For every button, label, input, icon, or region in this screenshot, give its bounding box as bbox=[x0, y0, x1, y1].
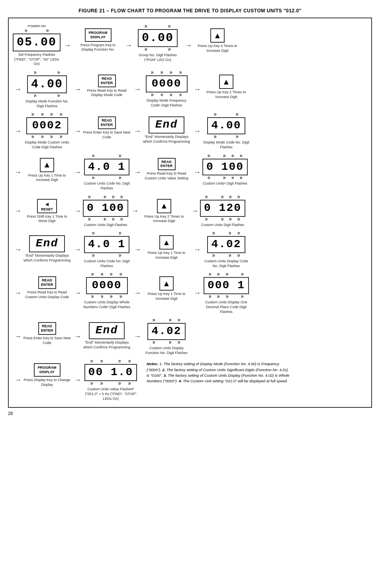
display-2-1: 4.00 bbox=[27, 75, 67, 93]
caption-2-4: Press Up Key 2 Times to Increase Digit bbox=[202, 90, 250, 99]
up-key-4-1[interactable]: ▲ bbox=[40, 158, 54, 172]
display-9-1: 00 1.0 bbox=[84, 364, 137, 381]
caption-6-3: Press Up Key 1 Time to Increase Digit bbox=[143, 251, 190, 260]
page-title: FIGURE 21 – FLOW CHART TO PROGRAM THE DR… bbox=[8, 8, 372, 14]
display-1-2: 0.00 bbox=[138, 29, 178, 47]
display-6-1: End bbox=[29, 235, 65, 252]
caption-1-4: Press Up Key 4 Times to Increase Digit bbox=[194, 44, 241, 53]
caption-4-3: Press Read Key to Read Custom Units Valu… bbox=[143, 171, 190, 181]
display-6-2: 4.0 1 bbox=[84, 236, 129, 253]
arrow-r3-0: → bbox=[14, 127, 22, 136]
display-3-2: End bbox=[149, 116, 184, 134]
caption-3-1: Display Mode Custom Units Code Digit Fla… bbox=[23, 140, 71, 149]
caption-2-2: Press Read Key to Read Display Mode Code bbox=[83, 88, 131, 98]
read-enter-btn-8[interactable]: READ ENTER bbox=[38, 322, 56, 335]
program-display-btn[interactable]: PROGRAM DISPLAY bbox=[85, 28, 112, 42]
arrow-r7-2: → bbox=[134, 289, 141, 297]
caption-2-1: Display Mode Function No. Digit Flashes bbox=[23, 99, 71, 108]
flow-row-3: → ↇↇↇↇ 0002 ↇↇↇↇ Display Mode Custom Uni… bbox=[13, 112, 367, 149]
caption-6-1: "End" Momentarily Displays which Confirm… bbox=[23, 254, 71, 263]
arrow-r6-1: → bbox=[74, 246, 81, 254]
up-key-7[interactable]: ▲ bbox=[159, 276, 174, 291]
caption-9-1: Press Display Key to Change Display bbox=[23, 378, 71, 387]
display-8-2: 4.02 bbox=[147, 323, 185, 340]
caption-4-4: Custom Units² Digit Flashes bbox=[203, 181, 247, 186]
arrow-r8-2: → bbox=[134, 332, 141, 341]
up-key-1[interactable]: ▲ bbox=[210, 28, 225, 43]
caption-3-3: "End" Momentarily Displays which Confirm… bbox=[143, 135, 190, 144]
arrow-r4-3: → bbox=[194, 168, 201, 177]
up-key-6[interactable]: ▲ bbox=[159, 235, 174, 250]
flow-row-2: → ↇ ↇ 4.00 ↇ ↇ Display Mode Function No.… bbox=[13, 71, 367, 108]
flow-row-8: → READ ENTER Press Enter Key to Save New… bbox=[13, 318, 367, 355]
arrow-r9-0: → bbox=[14, 376, 22, 384]
arrow-r8-0: → bbox=[14, 332, 22, 341]
arrow-r5-3: → bbox=[191, 207, 198, 215]
caption-4-1: Press Up Key 1 Time to Increase Digit bbox=[23, 173, 71, 183]
flow-row-7: → READ ENTER Press Read Key to Read Cust… bbox=[13, 272, 367, 314]
caption-8-3: Custom Units Display Function No. Digit … bbox=[143, 346, 190, 355]
caption-7-3: Press Up Key 1 Time to Increase Digit bbox=[143, 292, 190, 301]
arrow-r2-0: → bbox=[14, 85, 22, 94]
notes-box: Notes: 1. The factory setting of Display… bbox=[143, 359, 294, 386]
caption-1-3: Group No. Digit Flashes ("PGM" LED On) bbox=[134, 53, 182, 62]
arrow-r8-1: → bbox=[74, 332, 81, 341]
arrow-r6-2: → bbox=[134, 246, 141, 254]
arrow-r6-0: → bbox=[14, 246, 22, 254]
arrow-r7-3: → bbox=[194, 289, 201, 297]
arrow-r6-3: → bbox=[194, 246, 201, 254]
caption-7-1: Press Read Key to Read Custom Units Disp… bbox=[23, 290, 71, 299]
flow-row-6: → End "End" Momentarily Displays which C… bbox=[13, 231, 367, 268]
arrow-r4-1: → bbox=[74, 168, 81, 177]
display-6-3: 4.02 bbox=[207, 236, 245, 253]
caption-4-2: Custom Units Code No. Digit Flashes bbox=[83, 181, 131, 191]
main-box: POWER ON ↇↇ 05.00 Set Frequency Flashes … bbox=[8, 18, 372, 408]
arrow-r7-0: → bbox=[14, 289, 22, 297]
caption-3-2: Press Enter Key to Save New Code bbox=[83, 130, 131, 140]
display-1-1: 05.00 bbox=[13, 33, 61, 51]
arrow-r9-1: → bbox=[74, 376, 81, 384]
display-3-1: 0002 bbox=[26, 117, 68, 134]
caption-7-2: Custom Units Display Whole Numbers Code³… bbox=[83, 300, 131, 309]
caption-1-1: Set Frequency Flashes ("FWD", "STOP", "H… bbox=[13, 53, 61, 67]
arrow-r1-1: → bbox=[64, 41, 71, 50]
caption-5-4: Custom Units Digit Flashes bbox=[201, 223, 245, 228]
display-8-1: End bbox=[89, 322, 125, 339]
caption-5-1: Press Shift Key 1 Time to Move Digit bbox=[23, 214, 71, 224]
arrow-r1-2: → bbox=[125, 41, 132, 50]
caption-8-1: Press Enter Key to Save New Code bbox=[23, 336, 71, 345]
display-5-2: 0 120 bbox=[200, 200, 245, 217]
power-on-label: POWER ON bbox=[28, 24, 45, 28]
page-number: 28 bbox=[8, 411, 372, 416]
display-4-2: 0 100 bbox=[202, 159, 248, 176]
read-enter-btn-4[interactable]: READ ENTER bbox=[158, 158, 176, 171]
flow-row-9: → PROGRAM DISPLAY Press Display Key to C… bbox=[13, 359, 367, 401]
arrow-r5-2: → bbox=[131, 207, 139, 215]
display-7-1: 0000 bbox=[86, 277, 128, 294]
display-7-2: 000 1 bbox=[204, 277, 249, 294]
up-key-5[interactable]: ▲ bbox=[157, 199, 171, 213]
caption-5-2: Custom Units Digit Flashes bbox=[84, 223, 127, 228]
up-key-2[interactable]: ▲ bbox=[219, 75, 233, 89]
caption-8-2: "End" Momentarily Displays which Confirm… bbox=[83, 340, 131, 350]
read-enter-btn-7[interactable]: READ ENTER bbox=[38, 276, 56, 289]
arrow-r1-3: → bbox=[185, 41, 192, 50]
arrow-r3-3: → bbox=[194, 127, 201, 136]
caption-2-3: Display Mode Frequency Code¹ Digit Flash… bbox=[143, 98, 190, 108]
arrow-r3-1: → bbox=[74, 127, 81, 136]
display-4-1: 4.0 1 bbox=[84, 159, 129, 176]
arrow-r4-0: → bbox=[14, 168, 22, 177]
read-enter-btn-3[interactable]: READ ENTER bbox=[98, 116, 116, 129]
program-display-btn-9[interactable]: PROGRAM DISPLAY bbox=[34, 363, 61, 377]
caption-5-3: Press Up Key 2 Times to Increase Digit bbox=[140, 214, 188, 224]
display-3-3: 4.00 bbox=[207, 117, 245, 134]
flow-row-4: → ▲ Press Up Key 1 Time to Increase Digi… bbox=[13, 154, 367, 191]
shift-reset-btn[interactable]: ◄ RESET bbox=[37, 199, 57, 213]
arrow-r2-2: → bbox=[134, 85, 141, 94]
caption-1-2: Press Program Key to Display Function No… bbox=[74, 43, 122, 52]
arrow-r2-3: → bbox=[194, 85, 201, 94]
caption-3-4: Display Mode Code No. Digit Flashes bbox=[202, 140, 250, 149]
arrow-r3-2: → bbox=[134, 127, 141, 136]
read-enter-btn-2[interactable]: READ ENTER bbox=[98, 75, 116, 87]
arrow-r7-1: → bbox=[74, 289, 81, 297]
